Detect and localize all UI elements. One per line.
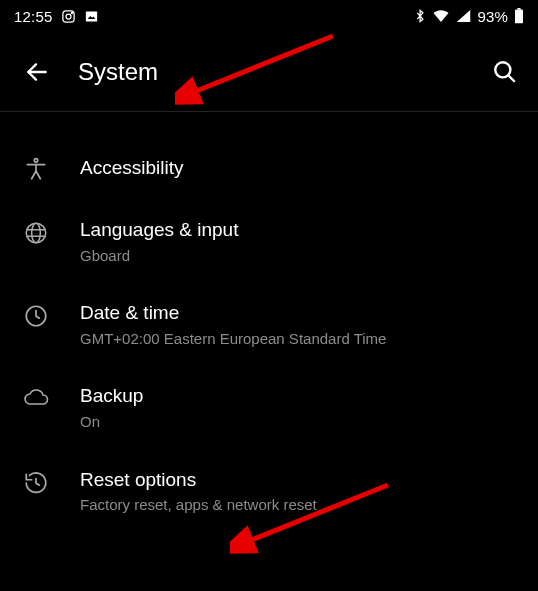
app-bar: System <box>0 32 538 112</box>
svg-line-15 <box>36 171 40 179</box>
list-item-accessibility[interactable]: Accessibility <box>0 136 538 200</box>
list-item-title: Accessibility <box>80 156 518 181</box>
list-item-title: Date & time <box>80 301 518 326</box>
page-title: System <box>78 58 464 86</box>
globe-icon <box>20 220 52 246</box>
bluetooth-icon <box>415 8 426 24</box>
list-item-subtitle: Factory reset, apps & network reset <box>80 495 518 515</box>
list-item-subtitle: On <box>80 412 518 432</box>
svg-point-16 <box>26 223 46 243</box>
settings-list: Accessibility Languages & input Gboard D… <box>0 112 538 533</box>
battery-percent: 93% <box>477 8 508 25</box>
accessibility-icon <box>20 156 52 182</box>
list-item-datetime[interactable]: Date & time GMT+02:00 Eastern European S… <box>0 283 538 366</box>
search-button[interactable] <box>492 59 518 85</box>
wifi-icon <box>432 9 450 23</box>
arrow-left-icon <box>24 59 50 85</box>
list-item-title: Languages & input <box>80 218 518 243</box>
list-item-title: Backup <box>80 384 518 409</box>
list-item-reset[interactable]: Reset options Factory reset, apps & netw… <box>0 450 538 533</box>
instagram-icon <box>61 9 76 24</box>
list-item-languages[interactable]: Languages & input Gboard <box>0 200 538 283</box>
picture-icon <box>84 9 99 24</box>
svg-rect-7 <box>517 8 520 10</box>
status-bar: 12:55 93% <box>0 0 538 32</box>
list-item-subtitle: GMT+02:00 Eastern European Standard Time <box>80 329 518 349</box>
svg-line-10 <box>508 75 515 82</box>
cell-signal-icon <box>456 9 471 23</box>
svg-point-17 <box>32 223 41 243</box>
list-item-subtitle: Gboard <box>80 246 518 266</box>
svg-point-11 <box>34 159 37 162</box>
svg-marker-5 <box>457 10 471 22</box>
history-icon <box>20 470 52 496</box>
svg-point-9 <box>495 62 510 77</box>
battery-icon <box>514 8 524 24</box>
status-time: 12:55 <box>14 8 53 25</box>
back-button[interactable] <box>24 59 50 85</box>
list-item-backup[interactable]: Backup On <box>0 366 538 449</box>
cloud-icon <box>20 386 52 408</box>
clock-icon <box>20 303 52 329</box>
svg-rect-3 <box>85 11 96 21</box>
search-icon <box>492 59 518 85</box>
svg-point-2 <box>71 12 72 13</box>
svg-line-14 <box>32 171 36 179</box>
list-item-title: Reset options <box>80 468 518 493</box>
svg-point-1 <box>66 14 71 19</box>
svg-rect-6 <box>515 10 523 24</box>
